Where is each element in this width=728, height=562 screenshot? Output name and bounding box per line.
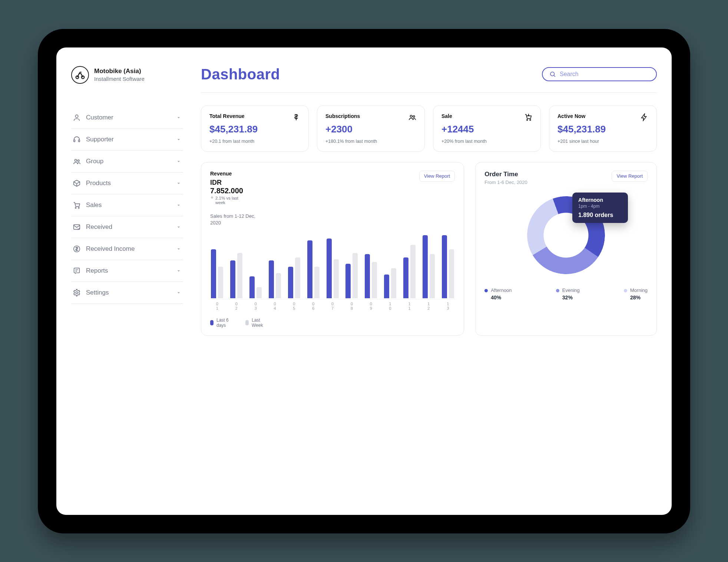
svg-point-14 (410, 115, 413, 117)
chevron-down-icon (176, 137, 182, 142)
view-report-button[interactable]: View Report (612, 171, 648, 182)
stat-card-active-now: Active Now $45,231.89 +201 since last ho… (549, 105, 657, 152)
sidebar-item-received[interactable]: Received (71, 216, 183, 238)
revenue-xaxis: 01020304050607080910111213 (210, 302, 455, 310)
svg-point-13 (550, 72, 555, 76)
box-icon (73, 179, 81, 187)
headset-icon (73, 135, 81, 144)
svg-point-2 (75, 115, 78, 117)
order-donut-chart: Afternoon 1pm - 4pm 1.890 orders (527, 196, 605, 274)
revenue-amount: 7.852.000 (210, 187, 243, 195)
mail-check-icon (73, 223, 81, 231)
tooltip-title: Afternoon (578, 197, 622, 203)
cart-download-icon (524, 113, 532, 121)
brand-block: Motobike (Asia) Installment Software (71, 66, 183, 84)
sidebar-item-customer[interactable]: Customer (71, 107, 183, 129)
revenue-bar-chart (210, 233, 455, 299)
sidebar-item-label: Reports (86, 267, 108, 275)
sidebar-item-label: Received Income (86, 245, 135, 253)
stat-title: Active Now (557, 113, 585, 119)
stat-title: Subscriptions (325, 113, 360, 119)
revenue-trend: 2.1% vs last week (210, 196, 243, 205)
stat-title: Total Revenue (209, 113, 245, 119)
order-legend: Afternoon40%Evening32%Morning28% (484, 287, 648, 300)
sidebar-item-received-income[interactable]: Received Income (71, 238, 183, 260)
svg-rect-3 (74, 139, 75, 142)
sidebar-item-label: Customer (86, 114, 113, 121)
dollar-icon (292, 113, 300, 121)
tooltip-range: 1pm - 4pm (578, 204, 622, 209)
chevron-down-icon (176, 180, 182, 186)
sidebar-item-label: Settings (86, 289, 109, 296)
svg-point-7 (75, 207, 76, 208)
sidebar-item-supporter[interactable]: Supporter (71, 129, 183, 151)
sidebar-item-sales[interactable]: Sales (71, 194, 183, 216)
search-input[interactable] (560, 71, 649, 78)
gear-icon (73, 289, 81, 297)
svg-point-6 (77, 160, 79, 161)
sidebar-item-label: Supporter (86, 136, 114, 143)
chevron-down-icon (176, 224, 182, 230)
user-icon (73, 114, 81, 122)
brand-logo-icon (71, 66, 89, 84)
revenue-legend: Last 6 days Last Week (210, 318, 455, 328)
sidebar-item-reports[interactable]: Reports (71, 260, 183, 282)
search-icon (549, 71, 556, 78)
legend-label: Last Week (252, 318, 270, 328)
chevron-down-icon (176, 202, 182, 208)
brand-name: Motobike (Asia) (94, 68, 145, 75)
revenue-currency: IDR (210, 179, 243, 187)
svg-rect-4 (79, 139, 80, 142)
chevron-down-icon (176, 268, 182, 274)
brand-subtitle: Installment Software (94, 76, 145, 82)
search-field[interactable] (542, 67, 657, 81)
order-subtitle: From 1-6 Dec, 2020 (484, 180, 527, 185)
svg-point-8 (78, 207, 79, 208)
sidebar: Motobike (Asia) Installment Software Cus… (71, 66, 190, 504)
stat-card-total-revenue: Total Revenue $45,231.89 +20.1 from last… (201, 105, 309, 152)
svg-point-5 (75, 159, 77, 161)
stat-cards: Total Revenue $45,231.89 +20.1 from last… (201, 105, 657, 152)
view-report-button[interactable]: View Report (419, 171, 455, 182)
revenue-panel: Revenue IDR 7.852.000 2.1% vs last week … (201, 162, 464, 336)
revenue-date-range: Sales from 1-12 Dec, 2020 (210, 213, 258, 226)
cart-icon (73, 201, 81, 209)
svg-point-16 (527, 119, 528, 120)
chart-tooltip: Afternoon 1pm - 4pm 1.890 orders (572, 193, 628, 223)
report-icon (73, 267, 81, 275)
svg-point-17 (530, 119, 531, 120)
sidebar-item-label: Group (86, 158, 103, 165)
order-time-panel: Order Time From 1-6 Dec, 2020 View Repor… (475, 162, 657, 336)
sidebar-item-products[interactable]: Products (71, 172, 183, 194)
stat-value: +2300 (325, 124, 416, 135)
sidebar-item-label: Received (86, 223, 112, 231)
order-title: Order Time (484, 171, 527, 178)
topbar: Dashboard (201, 66, 657, 93)
sidebar-item-label: Products (86, 180, 111, 187)
legend-label: Last 6 days (216, 318, 235, 328)
svg-point-12 (76, 292, 78, 294)
svg-rect-11 (74, 268, 80, 273)
chevron-down-icon (176, 158, 182, 164)
revenue-title: Revenue (210, 171, 229, 177)
coin-refresh-icon (73, 245, 81, 253)
legend-dot-icon (245, 320, 249, 325)
stat-card-sale: Sale +12445 +20% from last month (433, 105, 541, 152)
stat-value: $45,231.89 (209, 124, 300, 135)
main-content: Dashboard Total Revenue $45,231.89 +20.1… (190, 66, 657, 504)
stat-sub: +20.1 from last month (209, 139, 300, 144)
stat-sub: +201 since last hour (557, 139, 648, 144)
stat-sub: +180.1% from last month (325, 139, 416, 144)
users-icon (408, 113, 416, 121)
sidebar-item-group[interactable]: Group (71, 151, 183, 172)
chevron-down-icon (176, 290, 182, 296)
sidebar-item-settings[interactable]: Settings (71, 282, 183, 304)
stat-card-subscriptions: Subscriptions +2300 +180.1% from last mo… (317, 105, 425, 152)
svg-point-15 (413, 115, 415, 117)
legend-dot-icon (210, 320, 214, 325)
bolt-icon (640, 113, 648, 121)
stat-sub: +20% from last month (441, 139, 532, 144)
sidebar-item-label: Sales (86, 201, 102, 209)
chevron-down-icon (176, 246, 182, 252)
chevron-down-icon (176, 115, 182, 121)
